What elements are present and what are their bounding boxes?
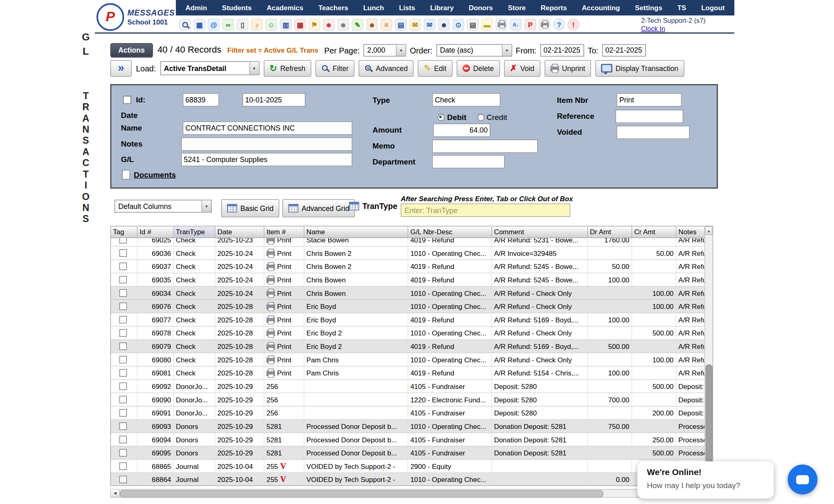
table-row[interactable]: 69077Check2025-10-28PrintEric Boyd4019 -… [111,313,705,327]
attendance-grid-icon[interactable]: ▦ [193,19,205,31]
refresh-button[interactable]: Refresh [264,60,311,76]
from-date-input[interactable] [540,44,584,56]
scroll-up-button[interactable] [705,226,712,235]
per-page-select[interactable]: 2,000 [363,44,406,56]
device-notes-icon[interactable]: ▤ [395,19,407,31]
amount-field[interactable] [433,124,490,137]
send-message-icon[interactable]: ✉ [424,19,436,31]
advanced-button[interactable]: Advanced [359,60,414,76]
timeclock-icon[interactable]: ⊙ [452,19,464,31]
sort-az-icon[interactable]: A↓ [510,19,522,31]
green-edit-icon[interactable]: ✎ [352,19,364,31]
table-row[interactable]: 69036Check2025-10-24PrintChris Bowen 210… [111,246,705,260]
id-field[interactable] [183,93,219,107]
lunch-icon[interactable]: ≡ [380,19,392,31]
delete-button[interactable]: Delete [456,60,500,76]
column-header-name[interactable]: Name [304,226,408,238]
memo-field[interactable] [432,140,538,153]
table-row[interactable]: 69079Check2025-10-28PrintEric Boyd 24019… [111,340,705,353]
table-row[interactable]: 69095Donors2025-10-295281Processed Donor… [111,446,705,460]
row-checkbox[interactable] [119,462,127,470]
id-checkbox[interactable] [123,96,131,104]
row-checkbox[interactable] [119,316,127,323]
row-checkbox[interactable] [119,263,127,270]
void-button[interactable]: Void [504,60,540,76]
megaphone-icon[interactable]: ⚑ [309,19,320,31]
gl-field[interactable] [181,153,352,167]
order-select[interactable]: Date (asc) [436,44,512,56]
trantype-search-input[interactable] [401,204,570,217]
load-select[interactable]: Active TransDetail [160,61,259,75]
notes-field[interactable] [181,138,352,151]
nav-item-teachers[interactable]: Teachers [318,4,348,12]
row-checkbox[interactable] [119,382,127,390]
row-checkbox[interactable] [119,449,127,456]
search-icon[interactable] [179,19,191,31]
unprint-button[interactable]: Unprint [545,60,591,76]
row-checkbox[interactable] [119,396,127,403]
table-row[interactable]: 69090DonorJo...2025-10-292561220 - Elect… [111,393,705,406]
table-row[interactable]: 69035Check2025-10-24PrintChris Bowen4019… [111,273,705,287]
advanced-grid-button[interactable]: Advanced Grid [282,199,355,217]
row-checkbox[interactable] [119,289,127,297]
nav-item-lunch[interactable]: Lunch [363,4,384,12]
row-checkbox[interactable] [119,436,127,443]
basic-grid-button[interactable]: Basic Grid [221,199,280,217]
voicemail-icon[interactable]: ∞ [222,19,234,31]
date-field[interactable] [242,93,305,107]
name-field[interactable] [183,122,352,135]
column-header-comment[interactable]: Comment [492,226,588,238]
nav-item-donors[interactable]: Donors [469,4,493,12]
table-row[interactable]: 69076Check2025-10-28PrintEric Boyd1010 -… [111,300,705,313]
mobile-phone-icon[interactable]: ▯ [237,19,249,31]
column-header-tag[interactable]: Tag [111,226,138,238]
column-header-trantype[interactable]: TranType [174,226,216,238]
family-icon[interactable]: ☺ [265,19,277,31]
row-checkbox[interactable] [119,409,127,417]
table-row[interactable]: 69091DonorJo...2025-10-292564105 - Fundr… [111,406,705,420]
row-checkbox[interactable] [119,329,127,337]
report-list-icon[interactable]: ▤ [467,19,479,31]
column-header-dr-amt[interactable]: Dr Amt [588,226,632,238]
table-row[interactable]: 69093Donors2025-10-295281Processed Donor… [111,420,705,433]
table-row[interactable]: 68864Journal2025-10-04255VVOIDED by Tech… [111,473,705,485]
item-nbr-field[interactable] [616,93,681,107]
table-row[interactable]: 69081Check2025-10-28PrintPam Chris4019 -… [111,366,705,380]
horizontal-scrollbar[interactable] [110,489,713,497]
department-field[interactable] [432,155,505,169]
scroll-left-button[interactable] [111,490,120,497]
app-logo[interactable]: P MESSAGES School 1001 [96,2,175,32]
debit-radio[interactable] [438,114,445,121]
reference-field[interactable] [616,110,683,123]
row-checkbox[interactable] [119,476,127,483]
nav-item-store[interactable]: Store [508,4,525,12]
edit-button[interactable]: Edit [418,60,452,76]
nav-item-logout[interactable]: Logout [701,4,725,12]
table-row[interactable]: 69094Donors2025-10-295281Processed Donor… [111,433,705,446]
clock-in-link[interactable]: Clock In [641,25,665,32]
vertical-scroll-thumb[interactable] [705,364,712,462]
row-checkbox[interactable] [119,422,127,430]
column-header-id[interactable]: Id # [138,226,174,238]
row-checkbox[interactable] [119,369,127,377]
help-icon[interactable]: ? [553,19,565,31]
horizontal-scroll-thumb[interactable] [120,490,603,497]
nav-item-settings[interactable]: Settings [635,4,662,12]
nav-item-students[interactable]: Students [222,4,252,12]
table-row[interactable]: 69092DonorJo...2025-10-292564105 - Fundr… [111,380,705,393]
nav-item-academics[interactable]: Academics [267,4,303,12]
row-checkbox[interactable] [119,249,127,257]
column-header-date[interactable]: Date [215,226,264,238]
mail-gold-icon[interactable]: ✉ [409,19,421,31]
student-gray-icon[interactable]: ☻ [337,19,349,31]
mail-yellow-icon[interactable]: ▬ [481,19,493,31]
column-header-notes[interactable]: Notes [676,226,706,238]
print-queue-icon[interactable] [496,19,507,31]
nav-item-accounting[interactable]: Accounting [582,4,620,12]
type-field[interactable] [432,93,500,107]
nav-item-lists[interactable]: Lists [399,4,415,12]
credit-radio[interactable] [478,114,485,121]
announcement-icon[interactable]: ♪ [251,19,263,31]
row-checkbox[interactable] [119,238,127,244]
calendar-red-icon[interactable]: ▦ [294,19,306,31]
